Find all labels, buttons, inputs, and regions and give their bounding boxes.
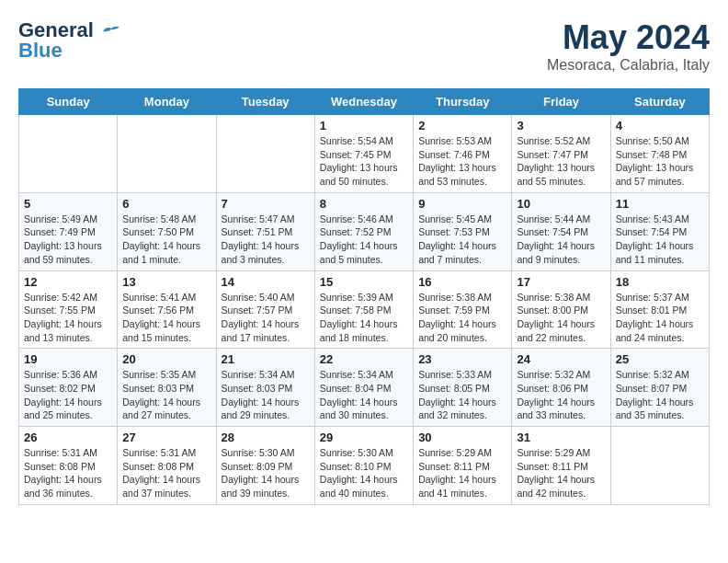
day-info: Sunrise: 5:31 AM Sunset: 8:08 PM Dayligh… (24, 446, 112, 500)
day-number: 3 (517, 119, 605, 132)
calendar-cell: 16Sunrise: 5:38 AM Sunset: 7:59 PM Dayli… (414, 270, 512, 349)
day-number: 25 (616, 352, 704, 366)
calendar-cell: 7Sunrise: 5:47 AM Sunset: 7:51 PM Daylig… (216, 192, 314, 270)
day-info: Sunrise: 5:34 AM Sunset: 8:03 PM Dayligh… (222, 368, 310, 422)
day-info: Sunrise: 5:39 AM Sunset: 7:58 PM Dayligh… (320, 291, 408, 345)
month-year-title: May 2024 (547, 18, 710, 57)
calendar-cell: 23Sunrise: 5:33 AM Sunset: 8:05 PM Dayli… (414, 349, 512, 427)
day-info: Sunrise: 5:40 AM Sunset: 7:57 PM Dayligh… (222, 291, 310, 345)
day-number: 9 (418, 197, 506, 211)
day-info: Sunrise: 5:42 AM Sunset: 7:55 PM Dayligh… (24, 291, 112, 345)
calendar-week-4: 19Sunrise: 5:36 AM Sunset: 8:02 PM Dayli… (19, 349, 710, 427)
calendar-cell: 3Sunrise: 5:52 AM Sunset: 7:47 PM Daylig… (512, 115, 610, 193)
calendar-cell: 6Sunrise: 5:48 AM Sunset: 7:50 PM Daylig… (118, 192, 216, 270)
day-number: 4 (616, 119, 704, 132)
calendar-cell: 1Sunrise: 5:54 AM Sunset: 7:45 PM Daylig… (314, 115, 413, 193)
day-info: Sunrise: 5:29 AM Sunset: 8:11 PM Dayligh… (418, 446, 506, 500)
day-info: Sunrise: 5:49 AM Sunset: 7:49 PM Dayligh… (24, 213, 112, 267)
logo-bird-icon (101, 24, 121, 39)
day-info: Sunrise: 5:37 AM Sunset: 8:01 PM Dayligh… (616, 291, 704, 345)
calendar-cell (216, 115, 314, 193)
day-number: 5 (24, 197, 112, 211)
calendar-cell: 27Sunrise: 5:31 AM Sunset: 8:08 PM Dayli… (118, 427, 216, 505)
day-info: Sunrise: 5:33 AM Sunset: 8:05 PM Dayligh… (418, 368, 506, 422)
day-info: Sunrise: 5:50 AM Sunset: 7:48 PM Dayligh… (616, 134, 704, 189)
calendar-cell: 21Sunrise: 5:34 AM Sunset: 8:03 PM Dayli… (216, 349, 314, 427)
logo: General Blue (18, 18, 121, 63)
day-number: 13 (122, 275, 210, 289)
day-number: 22 (320, 352, 408, 366)
day-info: Sunrise: 5:47 AM Sunset: 7:51 PM Dayligh… (222, 213, 310, 267)
calendar-cell: 18Sunrise: 5:37 AM Sunset: 8:01 PM Dayli… (610, 270, 709, 349)
day-info: Sunrise: 5:43 AM Sunset: 7:54 PM Dayligh… (616, 213, 704, 267)
day-number: 21 (222, 352, 310, 366)
day-info: Sunrise: 5:44 AM Sunset: 7:54 PM Dayligh… (517, 213, 605, 267)
weekday-header-row: SundayMondayTuesdayWednesdayThursdayFrid… (19, 89, 710, 115)
day-number: 26 (24, 431, 112, 444)
calendar-cell: 17Sunrise: 5:38 AM Sunset: 8:00 PM Dayli… (512, 270, 610, 349)
calendar-cell: 31Sunrise: 5:29 AM Sunset: 8:11 PM Dayli… (512, 427, 610, 505)
calendar-cell: 2Sunrise: 5:53 AM Sunset: 7:46 PM Daylig… (414, 115, 512, 193)
calendar-cell: 20Sunrise: 5:35 AM Sunset: 8:03 PM Dayli… (118, 349, 216, 427)
weekday-header-saturday: Saturday (610, 89, 709, 115)
calendar-cell: 4Sunrise: 5:50 AM Sunset: 7:48 PM Daylig… (610, 115, 709, 193)
day-info: Sunrise: 5:32 AM Sunset: 8:07 PM Dayligh… (616, 368, 704, 422)
calendar-cell: 9Sunrise: 5:45 AM Sunset: 7:53 PM Daylig… (414, 192, 512, 270)
day-number: 20 (122, 352, 210, 366)
day-info: Sunrise: 5:54 AM Sunset: 7:45 PM Dayligh… (320, 134, 408, 189)
calendar-cell: 24Sunrise: 5:32 AM Sunset: 8:06 PM Dayli… (512, 349, 610, 427)
calendar-cell: 12Sunrise: 5:42 AM Sunset: 7:55 PM Dayli… (19, 270, 118, 349)
title-block: May 2024 Mesoraca, Calabria, Italy (547, 18, 710, 74)
calendar-cell: 15Sunrise: 5:39 AM Sunset: 7:58 PM Dayli… (314, 270, 413, 349)
calendar-cell (118, 115, 216, 193)
calendar-cell: 10Sunrise: 5:44 AM Sunset: 7:54 PM Dayli… (512, 192, 610, 270)
calendar-cell: 13Sunrise: 5:41 AM Sunset: 7:56 PM Dayli… (118, 270, 216, 349)
calendar-week-5: 26Sunrise: 5:31 AM Sunset: 8:08 PM Dayli… (19, 427, 710, 505)
day-info: Sunrise: 5:53 AM Sunset: 7:46 PM Dayligh… (418, 134, 506, 189)
day-number: 19 (24, 352, 112, 366)
day-info: Sunrise: 5:30 AM Sunset: 8:10 PM Dayligh… (320, 446, 408, 500)
calendar-cell: 11Sunrise: 5:43 AM Sunset: 7:54 PM Dayli… (610, 192, 709, 270)
day-number: 16 (418, 275, 506, 289)
day-info: Sunrise: 5:30 AM Sunset: 8:09 PM Dayligh… (222, 446, 310, 500)
weekday-header-tuesday: Tuesday (216, 89, 314, 115)
day-number: 12 (24, 275, 112, 289)
weekday-header-friday: Friday (512, 89, 610, 115)
day-number: 30 (418, 431, 506, 444)
day-info: Sunrise: 5:32 AM Sunset: 8:06 PM Dayligh… (517, 368, 605, 422)
calendar-week-1: 1Sunrise: 5:54 AM Sunset: 7:45 PM Daylig… (19, 115, 710, 193)
page-header: General Blue May 2024 Mesoraca, Calabria… (18, 18, 710, 74)
calendar-cell: 14Sunrise: 5:40 AM Sunset: 7:57 PM Dayli… (216, 270, 314, 349)
day-number: 18 (616, 275, 704, 289)
weekday-header-thursday: Thursday (414, 89, 512, 115)
calendar-cell: 30Sunrise: 5:29 AM Sunset: 8:11 PM Dayli… (414, 427, 512, 505)
calendar-cell: 26Sunrise: 5:31 AM Sunset: 8:08 PM Dayli… (19, 427, 118, 505)
day-info: Sunrise: 5:48 AM Sunset: 7:50 PM Dayligh… (122, 213, 210, 267)
day-number: 14 (222, 275, 310, 289)
weekday-header-wednesday: Wednesday (314, 89, 413, 115)
day-number: 31 (517, 431, 605, 444)
calendar-week-2: 5Sunrise: 5:49 AM Sunset: 7:49 PM Daylig… (19, 192, 710, 270)
calendar-table: SundayMondayTuesdayWednesdayThursdayFrid… (18, 88, 710, 505)
day-info: Sunrise: 5:52 AM Sunset: 7:47 PM Dayligh… (517, 134, 605, 189)
calendar-cell: 25Sunrise: 5:32 AM Sunset: 8:07 PM Dayli… (610, 349, 709, 427)
day-number: 27 (122, 431, 210, 444)
day-info: Sunrise: 5:38 AM Sunset: 8:00 PM Dayligh… (517, 291, 605, 345)
day-info: Sunrise: 5:34 AM Sunset: 8:04 PM Dayligh… (320, 368, 408, 422)
day-info: Sunrise: 5:38 AM Sunset: 7:59 PM Dayligh… (418, 291, 506, 345)
day-number: 28 (222, 431, 310, 444)
calendar-cell: 5Sunrise: 5:49 AM Sunset: 7:49 PM Daylig… (19, 192, 118, 270)
day-number: 6 (122, 197, 210, 211)
day-number: 7 (222, 197, 310, 211)
day-number: 8 (320, 197, 408, 211)
day-number: 2 (418, 119, 506, 132)
weekday-header-sunday: Sunday (19, 89, 118, 115)
calendar-cell: 22Sunrise: 5:34 AM Sunset: 8:04 PM Dayli… (314, 349, 413, 427)
day-info: Sunrise: 5:45 AM Sunset: 7:53 PM Dayligh… (418, 213, 506, 267)
day-number: 29 (320, 431, 408, 444)
calendar-cell: 19Sunrise: 5:36 AM Sunset: 8:02 PM Dayli… (19, 349, 118, 427)
calendar-cell: 29Sunrise: 5:30 AM Sunset: 8:10 PM Dayli… (314, 427, 413, 505)
location-subtitle: Mesoraca, Calabria, Italy (547, 57, 710, 74)
day-number: 15 (320, 275, 408, 289)
calendar-cell (19, 115, 118, 193)
